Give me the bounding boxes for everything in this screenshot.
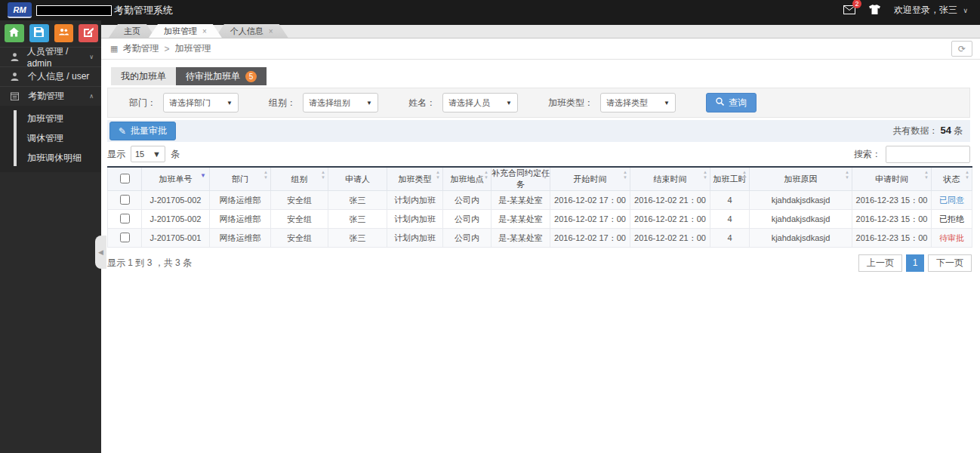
column-label: 状态 bbox=[944, 174, 960, 183]
column-header[interactable]: 申请时间▲▼ bbox=[852, 167, 932, 191]
column-header[interactable]: 状态▲▼ bbox=[932, 167, 972, 191]
tab-profile[interactable]: 个人信息× bbox=[215, 24, 288, 38]
tab-overtime[interactable]: 加班管理× bbox=[149, 24, 222, 38]
quick-buttons bbox=[0, 20, 101, 47]
save-button[interactable] bbox=[29, 24, 49, 42]
column-header[interactable]: 加班类型▲▼ bbox=[387, 167, 443, 191]
department-select[interactable]: 请选择部门 ▼ bbox=[163, 93, 239, 112]
users-button[interactable] bbox=[54, 24, 74, 42]
column-header[interactable]: 加班单号▼ bbox=[142, 167, 210, 191]
column-header[interactable]: 部门▲▼ bbox=[210, 167, 271, 191]
filter-bar: 部门： 请选择部门 ▼ 组别： 请选择组别 ▼ 姓名： 请选择人员 ▼ bbox=[107, 88, 970, 118]
table-cell: J-201705-002 bbox=[142, 210, 210, 229]
main-area: 主页 加班管理× 个人信息× ▦ 考勤管理 > 加班管理 ⟳ 我的加班单 待审批… bbox=[101, 20, 980, 453]
column-header[interactable]: 加班工时▲▼ bbox=[710, 167, 750, 191]
table-cell: kjahdakjsdkasjd bbox=[750, 210, 852, 229]
home-button[interactable] bbox=[5, 24, 24, 42]
user-menu[interactable]: 欢迎登录，张三 ∨ bbox=[894, 4, 968, 17]
tab-label: 主页 bbox=[124, 26, 140, 35]
filter-overtime-type: 加班类型： 请选择类型 ▼ bbox=[548, 93, 676, 112]
sidebar-item-attendance[interactable]: 考勤管理 ∧ bbox=[0, 86, 101, 106]
column-header[interactable]: 补充合同约定任务▲▼ bbox=[492, 167, 550, 191]
chevron-left-icon: ◀ bbox=[98, 248, 103, 256]
sidebar-collapse-handle[interactable]: ◀ bbox=[95, 236, 106, 269]
sort-icon: ▲▼ bbox=[543, 170, 547, 180]
tab-pending-overtime[interactable]: 待审批加班单 5 bbox=[176, 67, 267, 85]
column-header[interactable]: 开始时间▲▼ bbox=[550, 167, 630, 191]
sort-desc-icon: ▼ bbox=[200, 172, 206, 179]
column-header[interactable]: 组别▲▼ bbox=[271, 167, 328, 191]
refresh-icon: ⟳ bbox=[958, 44, 966, 54]
row-checkbox[interactable] bbox=[120, 195, 130, 205]
column-header[interactable]: 加班地点▲▼ bbox=[443, 167, 492, 191]
sidebar-subitem-leave[interactable]: 调休管理 bbox=[0, 128, 101, 148]
column-label: 部门 bbox=[232, 174, 248, 183]
tab-label: 个人信息 bbox=[230, 26, 263, 35]
chevron-down-icon: ∨ bbox=[963, 7, 968, 14]
table-cell: 4 bbox=[710, 229, 750, 248]
status-badge[interactable]: 待审批 bbox=[932, 229, 972, 248]
close-icon[interactable]: × bbox=[202, 27, 207, 35]
table-cell: 2016-12-02 21：00 bbox=[630, 229, 710, 248]
edit-button[interactable] bbox=[79, 24, 98, 42]
sidebar-item-personnel[interactable]: 人员管理 / admin ∨ bbox=[0, 47, 101, 66]
column-header[interactable]: 结束时间▲▼ bbox=[630, 167, 710, 191]
search-icon bbox=[716, 97, 724, 108]
table-cell: 2016-12-02 21：00 bbox=[630, 191, 710, 210]
table-cell: 安全组 bbox=[271, 191, 328, 210]
refresh-button[interactable]: ⟳ bbox=[951, 41, 972, 57]
table-cell: 网络运维部 bbox=[210, 210, 271, 229]
close-icon[interactable]: × bbox=[269, 27, 273, 35]
theme-button[interactable] bbox=[869, 4, 880, 17]
select-all-checkbox[interactable] bbox=[120, 174, 130, 183]
column-header[interactable]: 申请人 bbox=[328, 167, 387, 191]
tab-my-overtime[interactable]: 我的加班单 bbox=[111, 67, 176, 85]
button-label: 查询 bbox=[729, 97, 747, 109]
tab-home[interactable]: 主页 bbox=[109, 24, 156, 38]
app-title: 考勤管理系统 bbox=[114, 4, 173, 17]
row-checkbox[interactable] bbox=[120, 233, 130, 242]
table-row: J-201705-001网络运维部安全组张三计划内加班公司内是-某某处室2016… bbox=[108, 229, 972, 248]
query-button[interactable]: 查询 bbox=[706, 93, 757, 112]
column-label: 申请时间 bbox=[875, 174, 908, 183]
next-page-button[interactable]: 下一页 bbox=[928, 254, 972, 272]
select-all-header[interactable] bbox=[108, 167, 142, 191]
table-cell: 是-某某处室 bbox=[492, 210, 550, 229]
sort-icon: ▲▼ bbox=[742, 170, 747, 180]
sort-icon: ▲▼ bbox=[703, 170, 707, 180]
chevron-up-icon: ∧ bbox=[89, 93, 94, 100]
pagesize-select[interactable]: 15 ▼ bbox=[131, 146, 165, 162]
column-label: 加班单号 bbox=[159, 174, 193, 183]
mail-button[interactable]: 2 bbox=[843, 4, 855, 17]
total-unit: 条 bbox=[954, 125, 963, 136]
sort-icon: ▲▼ bbox=[965, 170, 969, 180]
batch-approve-button[interactable]: ✎ 批量审批 bbox=[109, 122, 176, 140]
column-label: 申请人 bbox=[345, 174, 370, 183]
status-badge[interactable]: 已拒绝 bbox=[932, 210, 972, 229]
page-1-button[interactable]: 1 bbox=[906, 254, 924, 272]
search-input[interactable] bbox=[886, 146, 970, 163]
prev-page-button[interactable]: 上一页 bbox=[858, 254, 902, 272]
sort-icon: ▲▼ bbox=[845, 170, 849, 180]
column-header[interactable]: 加班原因▲▼ bbox=[750, 167, 852, 191]
person-select[interactable]: 请选择人员 ▼ bbox=[442, 93, 518, 112]
column-label: 加班地点 bbox=[451, 174, 484, 183]
table-cell: 2016-12-23 15：00 bbox=[852, 210, 932, 229]
table-cell: 公司内 bbox=[443, 229, 492, 248]
filter-label: 组别： bbox=[269, 97, 296, 109]
table-footer: 显示 1 到 3 ，共 3 条 上一页 1 下一页 bbox=[107, 254, 972, 272]
group-select[interactable]: 请选择组别 ▼ bbox=[303, 93, 378, 112]
panel-tabs: 我的加班单 待审批加班单 5 bbox=[111, 67, 970, 85]
breadcrumb-parent[interactable]: 考勤管理 bbox=[122, 42, 159, 55]
breadcrumb-separator: > bbox=[164, 44, 169, 54]
column-label: 组别 bbox=[291, 174, 308, 183]
table-cell: kjahdakjsdkasjd bbox=[750, 229, 852, 248]
filter-label: 姓名： bbox=[408, 97, 436, 109]
sidebar-subitem-overtime[interactable]: 加班管理 bbox=[0, 109, 101, 128]
sidebar-item-profile[interactable]: 个人信息 / user bbox=[0, 66, 101, 86]
row-checkbox[interactable] bbox=[120, 214, 130, 223]
status-badge[interactable]: 已同意 bbox=[932, 191, 972, 210]
sidebar-subitem-detail[interactable]: 加班调休明细 bbox=[0, 148, 101, 168]
table-cell: 计划内加班 bbox=[387, 191, 443, 210]
type-select[interactable]: 请选择类型 ▼ bbox=[600, 93, 676, 112]
